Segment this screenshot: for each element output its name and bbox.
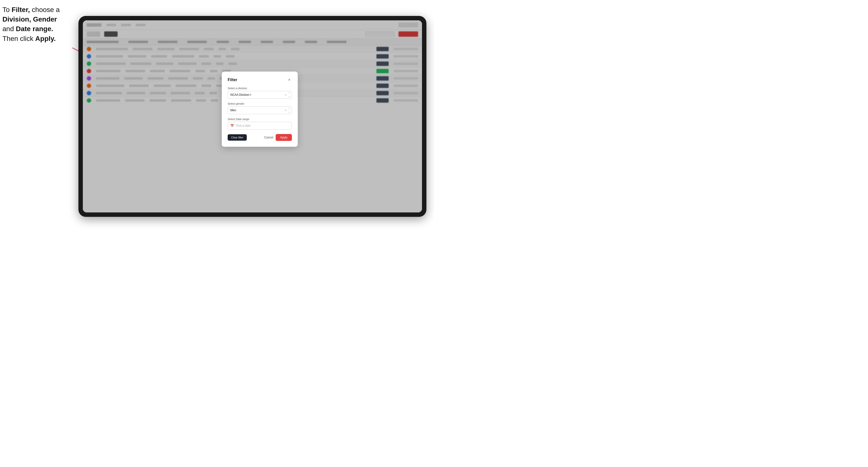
division-label: Select a division: [228, 87, 292, 90]
instruction-text: To Filter, choose a Division, Gender and…: [2, 5, 76, 43]
gender-select-wrapper: Men × ⌃⌄: [228, 106, 292, 114]
division-value: NCAA Division I: [230, 93, 251, 97]
instruction-line1: To Filter, choose a: [2, 6, 60, 13]
modal-inner: Filter × Select a division NCAA Division…: [222, 71, 298, 147]
date-label: Select Date range: [228, 118, 292, 121]
calendar-icon: 📅: [230, 124, 234, 127]
division-clear-icon[interactable]: ×: [285, 93, 286, 96]
date-group: Select Date range 📅 Pick a date: [228, 118, 292, 130]
instruction-line3: and Date range.: [2, 25, 53, 33]
tablet-frame: Filter × Select a division NCAA Division…: [79, 16, 426, 217]
cancel-button[interactable]: Cancel: [264, 136, 273, 139]
gender-group: Select gender Men × ⌃⌄: [228, 102, 292, 114]
clear-filter-button[interactable]: Clear filter: [228, 134, 247, 141]
modal-title: Filter: [228, 78, 237, 82]
date-input[interactable]: 📅 Pick a date: [228, 122, 292, 130]
gender-clear-icon[interactable]: ×: [285, 109, 286, 112]
division-select-wrapper: NCAA Division I × ⌃⌄: [228, 91, 292, 99]
gender-value: Men: [230, 108, 236, 112]
instruction-bold2: Division, Gender: [2, 15, 57, 23]
instruction-line4: Then click Apply.: [2, 35, 56, 42]
filter-modal: Filter × Select a division NCAA Division…: [222, 71, 298, 147]
footer-right: Cancel Apply: [264, 134, 292, 141]
division-select[interactable]: NCAA Division I: [228, 91, 292, 99]
gender-label: Select gender: [228, 102, 292, 105]
apply-button[interactable]: Apply: [276, 134, 292, 141]
tablet-screen: Filter × Select a division NCAA Division…: [83, 20, 422, 212]
gender-select[interactable]: Men: [228, 106, 292, 114]
modal-overlay: Filter × Select a division NCAA Division…: [83, 20, 422, 212]
modal-footer: Clear filter Cancel Apply: [228, 134, 292, 141]
modal-header: Filter ×: [228, 77, 292, 82]
date-placeholder: Pick a date: [236, 124, 250, 127]
modal-close-button[interactable]: ×: [287, 77, 292, 82]
division-group: Select a division NCAA Division I × ⌃⌄: [228, 87, 292, 99]
